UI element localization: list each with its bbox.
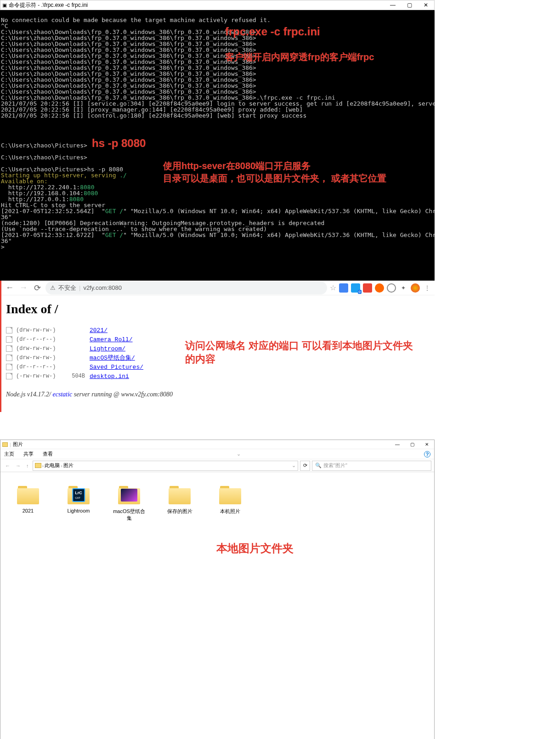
term-path: / [119, 208, 123, 214]
extension-icon[interactable]: 0 [351, 283, 360, 293]
browser-toolbar: ← → ⟳ ⚠ 不安全 | v2fy.com:8080 ☆ 0 ✦ ⋮ [1, 281, 435, 295]
reload-button[interactable]: ⟳ [32, 282, 43, 293]
nav-back-button[interactable]: ← [3, 463, 12, 468]
minimize-button[interactable]: — [385, 0, 401, 10]
folder-item[interactable]: macOS壁纸合集 [111, 486, 147, 739]
term-req: [2021-07-05T12:32:52.564Z] " [1, 208, 105, 214]
file-perms: (dr--r--r--) [16, 336, 67, 343]
file-link[interactable]: Lightroom/ [90, 345, 125, 352]
file-row: (-rw-rw-rw-)504Bdesktop.ini [6, 372, 430, 381]
explorer-search[interactable]: 🔍 搜索"图片" [312, 461, 431, 471]
term-req: [2021-07-05T12:33:12.672Z] " [1, 231, 105, 238]
term-prompt: C:\Users\zhaoo\Pictures> [1, 154, 87, 161]
browser-window: ← → ⟳ ⚠ 不安全 | v2fy.com:8080 ☆ 0 ✦ ⋮ Inde… [0, 281, 435, 412]
ribbon-tab-view[interactable]: 查看 [43, 451, 53, 457]
help-icon[interactable]: ? [424, 451, 430, 457]
annotation-hs-desc2: 目录可以是桌面，也可以是图片文件夹， 或者其它位置 [163, 175, 386, 181]
explorer-content[interactable]: 2021 LrCCAT Lightroom macOS壁纸合集 保存的图片 本机… [0, 472, 434, 739]
crumb-segment[interactable]: 图片 [63, 462, 74, 469]
breadcrumb[interactable]: › 此电脑 › 图片 ⌄ [33, 461, 299, 471]
address-bar[interactable]: ⚠ 不安全 | v2fy.com:8080 [45, 282, 327, 294]
extension-icon[interactable] [339, 283, 348, 293]
cmd-window: ▣ 命令提示符 - .\frpc.exe -c frpc.ini — ▢ ✕ N… [0, 0, 435, 281]
folder-item[interactable]: 保存的图片 [161, 486, 198, 739]
folder-label: 保存的图片 [167, 508, 192, 515]
insecure-label: 不安全 [58, 284, 76, 292]
file-icon [6, 345, 12, 352]
maximize-button[interactable]: ▢ [401, 0, 418, 10]
file-icon [6, 364, 12, 370]
chevron-down-icon[interactable]: ⌄ [292, 463, 296, 468]
extensions-menu-icon[interactable]: ✦ [399, 283, 408, 293]
extension-icon[interactable] [375, 283, 384, 293]
page-heading: Index of / [6, 302, 430, 316]
file-link[interactable]: desktop.ini [90, 373, 129, 380]
search-placeholder: 搜索"图片" [323, 462, 347, 469]
folder-label: Lightroom [68, 508, 90, 513]
ribbon-tab-home[interactable]: 主页 [4, 451, 14, 457]
insecure-icon: ⚠ [50, 284, 56, 291]
crumb-segment[interactable]: 此电脑 [45, 462, 60, 469]
extension-icons: 0 ✦ ⋮ [339, 283, 432, 293]
minimize-button[interactable]: — [390, 440, 405, 449]
term-caret: > [1, 243, 5, 250]
term-method: GET [105, 231, 119, 238]
cmd-title-text: 命令提示符 - .\frpc.exe -c frpc.ini [9, 1, 385, 9]
file-perms: (dr--r--r--) [16, 364, 67, 370]
annotation-explorer-desc: 本地图片文件夹 [216, 541, 294, 556]
explorer-title: | 图片 [0, 441, 390, 448]
file-icon [6, 373, 12, 379]
annotation-hs-cmd: hs -p 8080 [92, 140, 146, 146]
explorer-nav: ← → ↑ › 此电脑 › 图片 ⌄ ⟳ 🔍 搜索"图片" [0, 459, 434, 472]
url-text: v2fy.com:8080 [83, 284, 122, 291]
cmd-titlebar: ▣ 命令提示符 - .\frpc.exe -c frpc.ini — ▢ ✕ [0, 0, 435, 10]
maximize-button[interactable]: ▢ [405, 440, 419, 449]
star-icon[interactable]: ☆ [330, 283, 336, 292]
file-size: 504B [67, 373, 85, 379]
file-icon [6, 336, 12, 343]
folder-icon: LrCCAT [68, 486, 90, 504]
term-path: / [119, 231, 123, 238]
chevron-right-icon: › [42, 463, 44, 468]
kebab-menu-icon[interactable]: ⋮ [423, 283, 432, 293]
folder-item[interactable]: LrCCAT Lightroom [60, 486, 97, 739]
file-link[interactable]: macOS壁纸合集/ [90, 354, 135, 362]
nav-up-button[interactable]: ↑ [24, 463, 31, 468]
ribbon-expand-icon[interactable]: ⌄ [237, 451, 241, 457]
explorer-window: | 图片 — ▢ ✕ 主页 共享 查看 ⌄ ? ← → ↑ › 此电脑 › 图片… [0, 440, 435, 739]
folder-item[interactable]: 本机照片 [212, 486, 249, 739]
ribbon-tab-share[interactable]: 共享 [23, 451, 34, 457]
ecstatic-link[interactable]: ecstatic [53, 391, 73, 398]
close-button[interactable]: ✕ [418, 0, 434, 10]
back-button[interactable]: ← [4, 282, 15, 293]
browser-content: Index of / (drw-rw-rw-)2021/ (dr--r--r--… [1, 295, 435, 412]
explorer-titlebar: | 图片 — ▢ ✕ [0, 440, 434, 449]
file-link[interactable]: 2021/ [90, 327, 107, 334]
term-ua: " "Mozilla/5.0 (Windows NT 10.0; Win64; … [123, 231, 435, 238]
footer-text: server running @ www.v2fy.com:8080 [72, 391, 173, 398]
term-prompt: C:\Users\zhaoo\Pictures> [1, 142, 87, 149]
cmd-output[interactable]: No connection could be made because the … [0, 10, 435, 281]
chevron-right-icon: › [61, 463, 62, 468]
folder-item[interactable]: 2021 [10, 486, 46, 739]
extension-icon[interactable] [387, 283, 396, 293]
refresh-button[interactable]: ⟳ [300, 461, 310, 471]
file-perms: (drw-rw-rw-) [16, 345, 67, 352]
nav-forward-button[interactable]: → [14, 463, 23, 468]
folder-icon [35, 463, 41, 468]
folder-label: 本机照片 [220, 508, 240, 515]
folder-icon [2, 442, 8, 447]
wallpaper-thumbnail [121, 489, 137, 502]
forward-button[interactable]: → [18, 282, 29, 293]
extension-icon[interactable] [363, 283, 372, 293]
term-port: 8080 [84, 190, 98, 197]
file-link[interactable]: Saved Pictures/ [90, 364, 143, 371]
folder-icon [17, 486, 39, 504]
annotation-browser-desc: 访问公网域名 对应的端口 可以看到本地图片文件夹的内容 [185, 339, 415, 366]
close-button[interactable]: ✕ [419, 440, 434, 449]
annotation-hs-desc1: 使用http-sever在8080端口开启服务 [163, 163, 311, 169]
separator: | [79, 284, 80, 291]
file-link[interactable]: Camera Roll/ [90, 336, 133, 343]
folder-icon [169, 486, 191, 504]
profile-avatar[interactable] [411, 283, 420, 293]
